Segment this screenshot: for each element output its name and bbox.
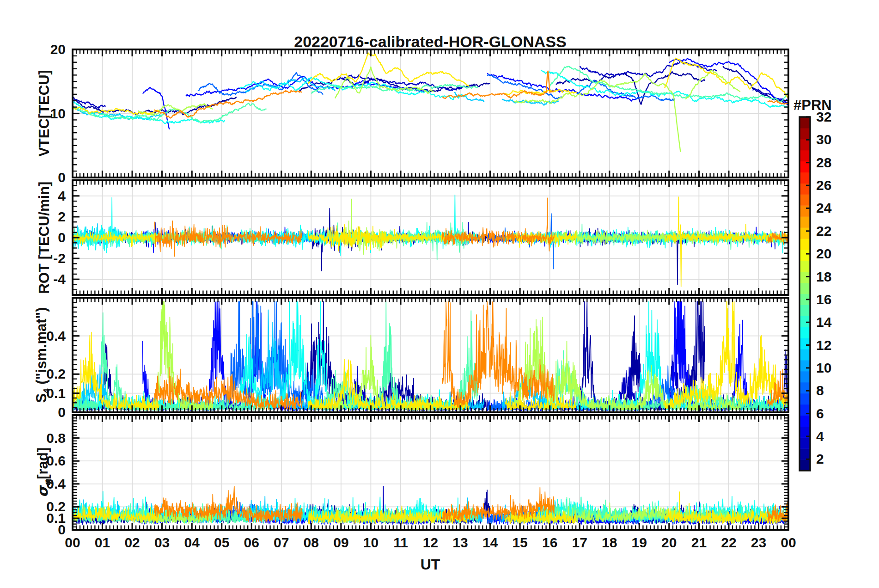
xtick-label: 16 [542,535,557,550]
colorbar-band [800,316,810,327]
colorbar-tick-label: 12 [816,337,831,353]
ylabel-s4-post: ("ism.mat") [33,307,49,388]
xtick-label: 04 [184,535,200,550]
xtick-label: 07 [274,535,289,550]
ytick-label-rot: 2 [58,209,66,224]
colorbar-tick-label: 14 [816,314,832,330]
colorbar-band [800,172,810,184]
colorbar-tick-label: 22 [816,223,831,239]
xtick-label: 21 [691,535,707,550]
colorbar-tick-label: 8 [816,383,824,398]
xtick-label: 20 [661,535,677,550]
colorbar-band [800,416,810,427]
series-prn8-vtec [487,74,562,99]
colorbar-band [800,150,810,162]
ylabel-rot: ROT [TECU/min] [36,182,53,294]
colorbar-tick-label: 16 [816,292,831,307]
colorbar-band [800,216,810,228]
series-prn24-rot [155,221,303,257]
ylabel-s4: S4 ("ism.mat") [33,307,52,403]
colorbar-tick-label: 24 [816,200,832,215]
colorbar-band [800,327,810,338]
ytick-label-sigma: 0.2 [46,499,66,514]
xtick-label: 12 [423,535,438,550]
xtick-label: 06 [244,535,259,550]
xtick-label: 22 [721,535,736,550]
xtick-label: 13 [452,535,468,550]
series-prn13-rot [239,195,466,256]
ylabel-s4-sub: 4 [42,388,51,393]
colorbar-band [800,382,810,394]
series-prn21-vtec [308,53,470,86]
xtick-label: 10 [363,535,378,550]
xtick-label: 08 [304,535,319,550]
ytick-label-rot: 4 [58,188,66,203]
xtick-label: 02 [124,535,140,550]
xtick-label: 00 [65,535,80,550]
xtick-label: 18 [602,535,617,550]
colorbar-band [800,250,810,261]
ytick-label-rot: -4 [53,271,66,287]
colorbar-band [800,338,810,349]
colorbar-band [800,117,810,129]
ytick-label-s4: 0 [58,404,66,420]
colorbar-tick-label: 6 [816,406,824,421]
xtick-label: 03 [154,535,170,550]
xtick-label: 19 [632,535,647,550]
ytick-label-rot: -2 [53,251,66,266]
x-tick-labels: 0001020304050607080910111213141516171819… [65,535,796,550]
plot-canvas: 01020-4-202400.10.20.400.10.20.40.60.800… [0,0,879,588]
xtick-label: 11 [393,535,408,550]
ytick-label-rot: 0 [58,230,66,245]
ytick-label-vtec: 20 [50,42,66,57]
colorbar-tick-label: 20 [816,246,831,261]
colorbar-tick-label: 10 [816,360,831,375]
colorbar-band [800,205,810,217]
xtick-label: 14 [482,535,498,550]
ylabel-s4-main: S [33,393,49,403]
xtick-label: 09 [333,535,348,550]
ylabel-rot-text: ROT [TECU/min] [36,182,52,294]
xtick-label: 17 [572,535,587,550]
colorbar-band [800,393,810,405]
colorbar-band [800,349,810,361]
colorbar-band [800,437,810,449]
colorbar-band [800,360,810,372]
series-prn24-vtec [442,71,554,98]
colorbar-tick-label: 28 [816,155,831,170]
ylabel-vtec-text: VTEC[TECU] [36,70,52,157]
xtick-label: 15 [512,535,527,550]
colorbar-band [800,283,810,294]
chart-title: 20220716-calibrated-HOR-GLONASS [294,33,567,51]
ylabel-vtec: VTEC[TECU] [36,70,53,157]
colorbar-band [800,128,810,140]
panel-vtec-grid [73,50,787,177]
xtick-label: 23 [751,535,766,550]
xtick-label: 05 [214,535,229,550]
colorbar: 2468101214161820222426283032 [800,109,832,471]
ylabel-sigma-post: [rad] [35,447,51,479]
colorbar-band [800,239,810,250]
colorbar-band [800,261,810,272]
colorbar-band [800,194,810,206]
figure-root: 01020-4-202400.10.20.400.10.20.40.60.800… [0,0,879,588]
colorbar-band [800,227,810,239]
series-prn11-vtec [502,99,559,105]
colorbar-tick-label: 18 [816,269,831,284]
series-prn18-rot [335,199,433,255]
colorbar-band [800,448,810,460]
colorbar-tick-label: 30 [816,132,831,147]
colorbar-band [800,459,810,471]
ylabel-sigma: σφ[rad] [34,447,53,497]
xtick-label: 01 [95,535,110,550]
xtick-label: 00 [781,535,796,550]
colorbar-tick-label: 26 [816,178,831,193]
colorbar-band [800,305,810,316]
x-axis-label: UT [421,556,440,573]
ytick-label-vtec: 0 [58,170,66,185]
colorbar-band [800,139,810,151]
colorbar-title: #PRN [794,97,832,114]
ylabel-sigma-sub: φ [42,479,53,486]
ytick-label-sigma: 0.8 [46,430,66,446]
colorbar-tick-label: 4 [816,429,824,444]
